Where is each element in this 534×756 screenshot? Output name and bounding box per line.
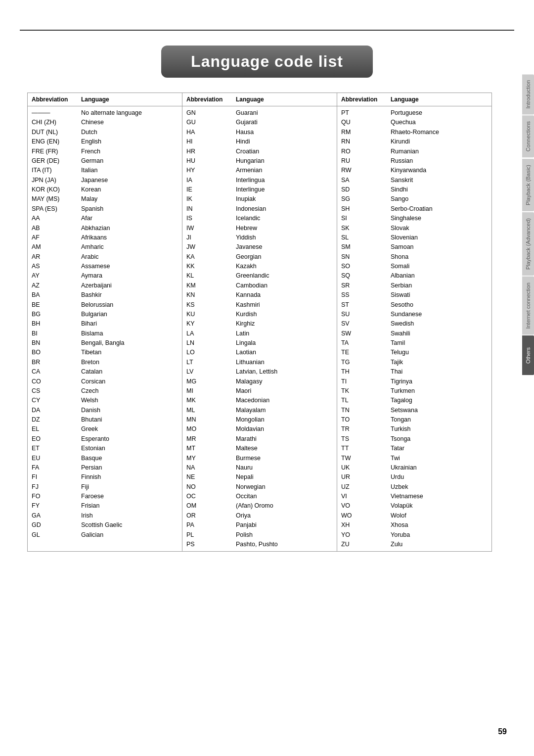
list-item: GER (DE)German xyxy=(32,156,178,166)
lang-abbr: TT xyxy=(341,444,386,453)
lang-name: Belorussian xyxy=(81,300,113,310)
lang-name: Frisian xyxy=(81,501,100,511)
list-item: MKMacedonian xyxy=(186,396,333,405)
list-item: FAPersian xyxy=(32,463,178,472)
list-item: RURussian xyxy=(341,156,488,166)
lang-abbr: AY xyxy=(32,271,76,281)
lang-name: Shona xyxy=(391,252,408,262)
lang-abbr: UR xyxy=(341,472,386,482)
lang-name: Georgian xyxy=(236,252,261,262)
lang-name: Malagasy xyxy=(236,377,263,386)
lang-abbr: BE xyxy=(32,300,76,310)
lang-abbr: GA xyxy=(32,511,76,520)
tab-connections[interactable]: Connections xyxy=(522,115,534,157)
list-item: FJFiji xyxy=(32,482,178,492)
lang-name: Sango xyxy=(391,194,408,204)
list-item: SVSwedish xyxy=(341,319,488,329)
lang-abbr: FJ xyxy=(32,482,76,492)
list-item: OM(Afan) Oromo xyxy=(186,501,333,511)
lang-name: Swahili xyxy=(391,329,410,338)
lang-abbr: SH xyxy=(341,204,386,214)
lang-name: Oriya xyxy=(236,511,251,520)
lang-name: Icelandic xyxy=(236,214,260,223)
lang-abbr: KK xyxy=(186,262,231,271)
lang-abbr: MAY (MS) xyxy=(32,194,76,204)
list-item: HRCroatian xyxy=(186,147,333,156)
list-item: HAHausa xyxy=(186,128,333,137)
list-item: SPA (ES)Spanish xyxy=(32,204,178,214)
lang-abbr: KN xyxy=(186,290,231,300)
tab-introduction[interactable]: Introduction xyxy=(522,74,534,114)
list-item: INIndonesian xyxy=(186,204,333,214)
right-tab-strip: Introduction Connections Playback (Basic… xyxy=(522,74,534,375)
lang-name: English xyxy=(81,137,101,146)
lang-name: Hindi xyxy=(236,137,250,146)
list-item: VIVietnamese xyxy=(341,492,488,501)
list-item: TGTajik xyxy=(341,358,488,367)
lang-abbr: EO xyxy=(32,434,76,444)
lang-name: Singhalese xyxy=(391,214,421,223)
lang-abbr: MO xyxy=(186,425,231,434)
lang-abbr: LO xyxy=(186,348,231,357)
lang-name: Indonesian xyxy=(236,204,266,214)
title-container: Language code list xyxy=(0,46,534,78)
list-item: SNShona xyxy=(341,252,488,262)
tab-playback-advanced[interactable]: Playback (Advanced) xyxy=(522,212,534,276)
lang-abbr: JI xyxy=(186,233,231,242)
lang-abbr: TS xyxy=(341,434,386,444)
lang-abbr: BN xyxy=(32,338,76,348)
lang-name: Kashmiri xyxy=(236,300,260,310)
lang-abbr: FY xyxy=(32,501,76,511)
lang-name: Bihari xyxy=(81,319,97,329)
list-item: GAIrish xyxy=(32,511,178,520)
col-3-abbr-header: Abbreviation xyxy=(341,96,386,103)
lang-name: Sindhi xyxy=(391,185,408,194)
list-item: UZUzbek xyxy=(341,482,488,492)
lang-name: Kirundi xyxy=(391,137,410,146)
lang-name: Greenlandic xyxy=(236,271,269,281)
main-content: Abbreviation Language ———No alternate la… xyxy=(27,93,507,552)
col-3-header: Abbreviation Language xyxy=(337,93,491,106)
lang-abbr: LT xyxy=(186,358,231,367)
list-item: BGBulgarian xyxy=(32,310,178,319)
lang-name: Hausa xyxy=(236,128,254,137)
lang-name: Malay xyxy=(81,194,97,204)
column-1: Abbreviation Language ———No alternate la… xyxy=(28,93,182,551)
lang-name: Somali xyxy=(391,262,409,271)
lang-name: Afar xyxy=(81,214,92,223)
lang-abbr: ET xyxy=(32,444,76,453)
lang-name: (Afan) Oromo xyxy=(236,501,273,511)
lang-abbr: SM xyxy=(341,242,386,252)
tab-playback-basic[interactable]: Playback (Basic) xyxy=(522,159,534,211)
tab-internet-connection[interactable]: Internet connection xyxy=(522,277,534,335)
tab-others[interactable]: Others xyxy=(522,335,534,375)
lang-name: Bislama xyxy=(81,329,103,338)
list-item: SQAlbanian xyxy=(341,271,488,281)
lang-abbr: CY xyxy=(32,396,76,405)
lang-name: Yoruba xyxy=(391,530,410,540)
list-item: CHI (ZH)Chinese xyxy=(32,118,178,127)
list-item: ISIcelandic xyxy=(186,214,333,223)
lang-abbr: AF xyxy=(32,233,76,242)
lang-name: French xyxy=(81,147,100,156)
lang-abbr: MI xyxy=(186,386,231,396)
lang-abbr: IS xyxy=(186,214,231,223)
list-item: SWSwahili xyxy=(341,329,488,338)
lang-abbr: BO xyxy=(32,348,76,357)
lang-abbr: ITA (IT) xyxy=(32,166,76,175)
list-item: NENepali xyxy=(186,472,333,482)
lang-name: Wolof xyxy=(391,511,406,520)
lang-abbr: SU xyxy=(341,310,386,319)
lang-abbr: TR xyxy=(341,425,386,434)
lang-abbr: ST xyxy=(341,300,386,310)
lang-name: Interlingua xyxy=(236,176,265,185)
lang-name: Rhaeto-Romance xyxy=(391,128,439,137)
list-item: CSCzech xyxy=(32,386,178,396)
list-item: STSesotho xyxy=(341,300,488,310)
list-item: BRBreton xyxy=(32,358,178,367)
lang-abbr: BA xyxy=(32,290,76,300)
lang-name: Spanish xyxy=(81,204,103,214)
lang-abbr: KY xyxy=(186,319,231,329)
list-item: MTMaltese xyxy=(186,444,333,453)
language-table: Abbreviation Language ———No alternate la… xyxy=(27,93,492,552)
